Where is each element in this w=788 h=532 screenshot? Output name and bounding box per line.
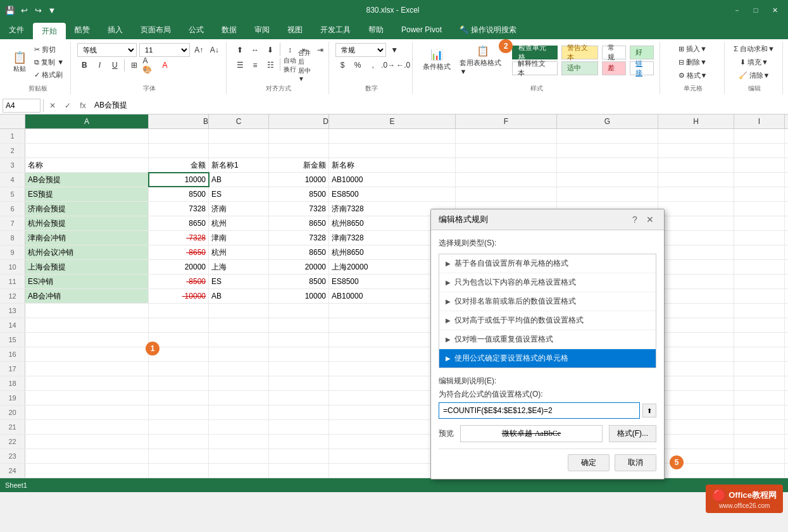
cell[interactable]	[734, 158, 785, 172]
cell[interactable]: 10000	[269, 289, 329, 303]
cell[interactable]	[149, 420, 209, 434]
cell[interactable]	[149, 129, 209, 143]
cell[interactable]: 新名称1	[209, 158, 269, 172]
cell[interactable]	[658, 376, 734, 390]
cell[interactable]	[269, 376, 329, 390]
border-btn[interactable]: ⊞	[127, 58, 141, 72]
insert-function-icon[interactable]: fx	[77, 99, 89, 112]
link-style[interactable]: 链接	[630, 61, 654, 75]
cell[interactable]	[658, 129, 734, 143]
customize-icon[interactable]: ▼	[47, 5, 57, 15]
cell[interactable]	[209, 420, 269, 434]
cell[interactable]: 杭州	[209, 245, 269, 259]
good-style-btn[interactable]: 好	[630, 46, 654, 59]
cell[interactable]: 济南会预提	[25, 202, 149, 216]
cell[interactable]	[734, 144, 785, 158]
cell[interactable]	[734, 420, 785, 434]
tab-dev[interactable]: 开发工具	[311, 20, 360, 39]
tab-review[interactable]: 审阅	[246, 20, 278, 39]
tab-search[interactable]: 🔦 操作说明搜索	[451, 20, 525, 39]
cell[interactable]	[329, 129, 456, 143]
cell[interactable]	[269, 449, 329, 463]
maximize-btn[interactable]: □	[747, 3, 764, 17]
cell[interactable]	[734, 129, 785, 143]
cell-reference-box[interactable]: A4	[3, 99, 41, 113]
rule-type-item-4[interactable]: ▶ 仅对唯一值或重复值设置格式	[439, 330, 656, 349]
cell[interactable]	[658, 420, 734, 434]
fill-color-btn[interactable]: A🎨	[142, 58, 156, 72]
cell[interactable]: 10000	[149, 173, 209, 187]
cell[interactable]: -7328	[149, 231, 209, 245]
cell[interactable]: AB	[209, 173, 269, 187]
cell[interactable]: 7328	[269, 231, 329, 245]
cell[interactable]: 津南	[209, 231, 269, 245]
cell[interactable]: ES8500	[329, 187, 456, 201]
undo-icon[interactable]: ↩	[19, 5, 29, 15]
cell[interactable]	[734, 304, 785, 318]
cell[interactable]	[25, 333, 149, 347]
number-format-expand[interactable]: ▼	[387, 43, 401, 57]
cell[interactable]	[734, 231, 785, 245]
cell[interactable]	[557, 187, 658, 201]
tab-insert[interactable]: 插入	[99, 20, 132, 39]
align-bottom-btn[interactable]: ⬇	[263, 43, 277, 57]
cell[interactable]	[456, 187, 557, 201]
col-header-I[interactable]: I	[734, 114, 785, 128]
decimal-decrease-btn[interactable]: ←.0	[396, 58, 410, 72]
cell[interactable]	[25, 464, 149, 478]
cell[interactable]	[209, 318, 269, 332]
cell[interactable]: 8500	[149, 187, 209, 201]
cut-btn[interactable]: ✂ 剪切	[32, 44, 66, 56]
cell[interactable]	[269, 420, 329, 434]
cell[interactable]	[25, 347, 149, 361]
cell[interactable]	[456, 158, 557, 172]
cell[interactable]	[149, 144, 209, 158]
underline-btn[interactable]: U	[108, 58, 122, 72]
col-header-A[interactable]: A	[25, 114, 149, 128]
cell[interactable]	[658, 231, 734, 245]
cell[interactable]	[149, 318, 209, 332]
cancel-btn[interactable]: 取消	[615, 454, 656, 471]
cell[interactable]	[149, 376, 209, 390]
cell[interactable]	[734, 362, 785, 376]
tab-kudos[interactable]: 酷赞	[66, 20, 99, 39]
close-btn[interactable]: ✕	[766, 3, 783, 17]
cell[interactable]	[658, 144, 734, 158]
save-icon[interactable]: 💾	[5, 5, 15, 15]
bad-style-btn[interactable]: 差	[602, 61, 626, 75]
cell[interactable]	[658, 362, 734, 376]
cell[interactable]: 金额	[149, 158, 209, 172]
cell[interactable]	[456, 173, 557, 187]
cell[interactable]	[456, 144, 557, 158]
merge-cells-btn[interactable]: 合并后居中▼	[298, 58, 312, 72]
cell[interactable]: 新金额	[269, 158, 329, 172]
cell[interactable]	[329, 144, 456, 158]
cell[interactable]	[25, 129, 149, 143]
cell[interactable]	[269, 304, 329, 318]
tab-view[interactable]: 视图	[278, 20, 311, 39]
col-header-F[interactable]: F	[456, 114, 557, 128]
cell[interactable]	[209, 449, 269, 463]
cell[interactable]	[658, 304, 734, 318]
cell[interactable]	[734, 187, 785, 201]
cell[interactable]	[269, 318, 329, 332]
conditional-format-btn[interactable]: 📊 条件格式	[419, 47, 454, 73]
cell[interactable]: AB10000	[329, 173, 456, 187]
percent-btn[interactable]: %	[351, 58, 365, 72]
cell[interactable]	[734, 173, 785, 187]
text-direction-btn[interactable]: ↕	[283, 43, 297, 57]
cell[interactable]	[734, 376, 785, 390]
italic-btn[interactable]: I	[92, 58, 106, 72]
format-painter-btn[interactable]: ✓ 格式刷	[32, 69, 66, 81]
warn-text-style-btn[interactable]: 警告文本	[561, 46, 599, 59]
explain-text-style-btn[interactable]: 解释性文本	[512, 61, 557, 75]
cell[interactable]: 杭州会议冲销	[25, 245, 149, 259]
cell[interactable]: ES	[209, 187, 269, 201]
cell[interactable]: 津南会冲销	[25, 231, 149, 245]
cell[interactable]	[25, 376, 149, 390]
cell[interactable]	[456, 129, 557, 143]
cell[interactable]	[734, 391, 785, 405]
rule-type-item-1[interactable]: ▶ 只为包含以下内容的单元格设置格式	[439, 273, 656, 292]
cell[interactable]: 8500	[269, 187, 329, 201]
tab-help[interactable]: 帮助	[360, 20, 392, 39]
